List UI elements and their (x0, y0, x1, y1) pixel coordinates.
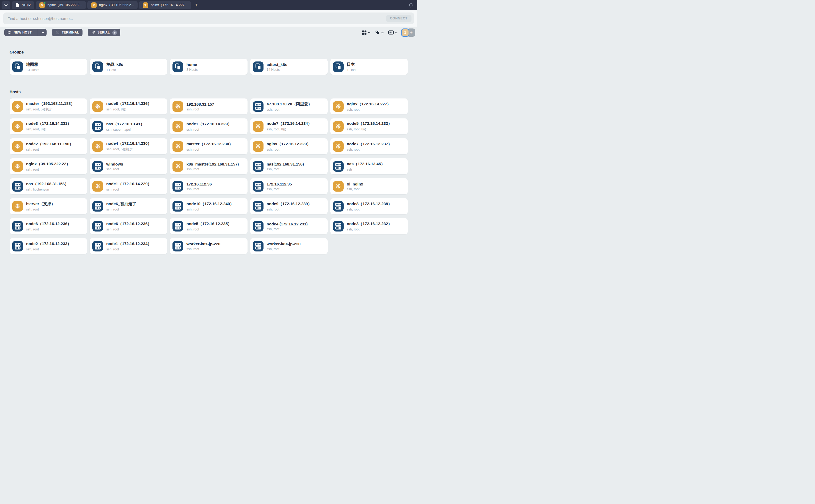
linux-flower-icon: ❋ (12, 101, 23, 112)
host-card[interactable]: node4 (172.16.12.231) ssh, root (250, 218, 328, 234)
tab-nginx-2[interactable]: ❋ nginx（39.105.222.2... (87, 1, 138, 9)
host-card[interactable]: windows ssh, root (90, 158, 167, 174)
host-subtitle: ssh, root (186, 148, 233, 151)
server-icon (253, 161, 264, 172)
host-card[interactable]: worker-k8s-jp-220 ssh, root (250, 238, 328, 254)
workspace-1-badge[interactable]: 1 (401, 28, 409, 37)
group-card[interactable]: cdtest_k8s 14 Hosts (250, 59, 328, 75)
host-subtitle: ssh, root (106, 228, 151, 231)
hosts-section: Hosts ❋ master（192.168.11.188） ssh, root… (10, 89, 408, 254)
host-card[interactable]: ❋ 192.168.31.157 ssh, root (170, 98, 247, 114)
host-card[interactable]: node8（172.16.12.238） ssh, root (330, 198, 408, 214)
host-name: 172.16.112.35 (267, 182, 292, 186)
tab-bar: SFTP ❋ nginx（39.105.222.2... ❋ nginx（39.… (0, 0, 417, 10)
host-card[interactable]: ❋ k8s_master(192.168.31.157) ssh, root (170, 158, 247, 174)
host-card[interactable]: node6（172.16.12.236） ssh, root (90, 218, 167, 234)
host-card[interactable]: node6（172.16.12.236） ssh, root (10, 218, 87, 234)
tab-nginx-3[interactable]: ❋ nginx（172.16.14.227... (139, 1, 191, 9)
host-name: node8（172.16.12.238） (347, 201, 392, 206)
server-icon (12, 221, 23, 232)
host-card[interactable]: ❋ master（192.168.11.188） ssh, root, 5楼机房 (10, 98, 87, 114)
linux-flower-icon: ❋ (12, 201, 23, 212)
serial-upgrade-badge (112, 30, 117, 35)
server-icon (12, 181, 23, 192)
host-card[interactable]: node2（172.16.12.233） ssh, root (10, 238, 87, 254)
tab-label: SFTP (22, 3, 31, 7)
tags-filter-selector[interactable] (375, 30, 384, 35)
host-card[interactable]: ❋ nginx（39.105.222.22） ssh, root (10, 158, 87, 174)
host-subtitle: ssh, root (186, 128, 232, 131)
host-name: master（192.168.11.188） (26, 101, 75, 106)
server-icon (333, 221, 344, 232)
serial-button[interactable]: SERIAL (88, 29, 120, 36)
host-card[interactable]: ❋ node5（172.16.14.232） ssh, root, 8楼 (330, 118, 408, 134)
group-icon (92, 61, 103, 72)
host-name: node8（172.16.14.236） (106, 101, 151, 106)
server-icon (172, 201, 183, 212)
tab-sftp[interactable]: SFTP (12, 1, 34, 9)
server-icon (92, 201, 103, 212)
host-card[interactable]: ❋ node7（172.16.14.234） ssh, root, 8楼 (250, 118, 328, 134)
host-card[interactable]: 172.16.112.36 ssh, root (170, 178, 247, 194)
serial-label: SERIAL (97, 31, 110, 34)
host-card[interactable]: node9（172.16.12.239） ssh, root (250, 198, 328, 214)
host-card[interactable]: nas(192.168.31.156) ssh, root (250, 158, 328, 174)
host-name: node1（172.16.12.234） (106, 241, 151, 246)
group-card[interactable]: 日本 1 Host (330, 59, 408, 75)
host-card[interactable]: 172.16.112.35 ssh, root (250, 178, 328, 194)
host-subtitle: ssh, root (347, 228, 392, 231)
server-rack-icon (7, 31, 11, 35)
server-icon (172, 241, 183, 251)
new-host-dropdown-button[interactable] (39, 29, 47, 36)
search-input[interactable] (7, 16, 386, 21)
new-tab-button[interactable]: + (192, 1, 200, 9)
view-controls (362, 30, 398, 35)
host-card[interactable]: ❋ node2（192.168.11.190） ssh, root (10, 138, 87, 154)
group-card[interactable]: 地图慧 13 Hosts (10, 59, 87, 75)
host-name: k8s_master(192.168.31.157) (186, 162, 239, 166)
connect-button[interactable]: CONNECT (386, 15, 411, 22)
notifications-bell-icon[interactable] (408, 2, 414, 8)
host-card[interactable]: node10（172.16.12.240） ssh, root (170, 198, 247, 214)
group-card[interactable]: 主战_k8s 1 Host (90, 59, 167, 75)
plus-icon: + (410, 30, 413, 36)
host-card[interactable]: ❋ master（172.16.12.230） ssh, root (170, 138, 247, 154)
host-card[interactable]: ❋ node1（172.16.14.229） ssh, root (170, 118, 247, 134)
host-subtitle: ssh, root (347, 148, 392, 151)
host-subtitle: ssh, root (26, 247, 71, 251)
tab-list-chevron-button[interactable] (2, 1, 10, 9)
host-card[interactable]: node3（172.16.12.232） ssh, root (330, 218, 408, 234)
host-card[interactable]: node5（172.16.12.235） ssh, root (170, 218, 247, 234)
host-card[interactable]: node6_被抽走了 ssh, root (90, 198, 167, 214)
group-card[interactable]: home 3 Hosts (170, 59, 247, 75)
host-card[interactable]: nas（172.16.13.41） ssh, supermapol (90, 118, 167, 134)
host-subtitle: ssh, root (106, 208, 136, 211)
host-name: nginx（172.16.12.229） (267, 142, 311, 147)
host-card[interactable]: ❋ node1（172.16.14.229） ssh, root (90, 178, 167, 194)
new-host-button[interactable]: NEW HOST (4, 29, 35, 36)
host-card[interactable]: ❋ node3（172.16.14.231） ssh, root, 8楼 (10, 118, 87, 134)
host-subtitle: ssh, root, 8楼 (106, 107, 151, 112)
host-card[interactable]: node1（172.16.12.234） ssh, root (90, 238, 167, 254)
host-card[interactable]: ❋ nginx（172.16.14.227） ssh, root (330, 98, 408, 114)
host-card[interactable]: 47.108.170.20（阿里云） ssh, root (250, 98, 328, 114)
host-subtitle: ssh, root (26, 148, 73, 151)
host-card[interactable]: ❋ node4（172.16.14.230） ssh, root, 5楼机房 (90, 138, 167, 154)
terminal-button[interactable]: TERMINAL (52, 29, 83, 36)
tab-nginx-1[interactable]: ❋ nginx（39.105.222.2... (36, 1, 86, 9)
host-card[interactable]: nas（172.16.13.45） ssh (330, 158, 408, 174)
host-card[interactable]: worker-k8s-jp-220 ssh, root (170, 238, 247, 254)
host-flower-icon: ❋ (143, 2, 148, 8)
host-card[interactable]: ❋ ol_nginx ssh, root (330, 178, 408, 194)
host-card[interactable]: ❋ iserver（支持） ssh, root (10, 198, 87, 214)
layout-view-selector[interactable] (362, 30, 371, 35)
host-name: nginx（39.105.222.22） (26, 162, 70, 167)
host-card[interactable]: nas（192.168.31.156） ssh, liuchenyun (10, 178, 87, 194)
host-card[interactable]: ❋ node7（172.16.12.237） ssh, root (330, 138, 408, 154)
linux-flower-icon: ❋ (12, 141, 23, 152)
host-subtitle: ssh, root (26, 208, 55, 211)
keyboard-selector[interactable] (388, 30, 398, 35)
search-input-wrap: CONNECT (3, 13, 414, 24)
host-card[interactable]: ❋ node8（172.16.14.236） ssh, root, 8楼 (90, 98, 167, 114)
host-card[interactable]: ❋ nginx（172.16.12.229） ssh, root (250, 138, 328, 154)
